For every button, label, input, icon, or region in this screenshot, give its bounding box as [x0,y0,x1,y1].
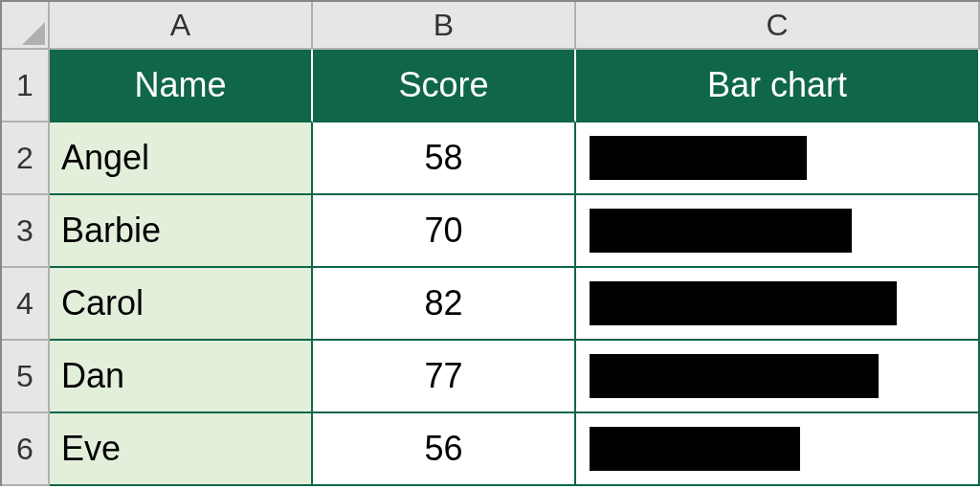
cell-c6[interactable] [576,413,980,486]
column-header-c[interactable]: C [576,2,980,50]
cell-b3[interactable]: 70 [313,195,576,268]
cell-c5[interactable] [576,341,980,413]
row-header-1[interactable]: 1 [2,50,50,122]
cell-c2[interactable] [576,122,980,195]
cell-c1[interactable]: Bar chart [576,50,980,122]
cell-a6[interactable]: Eve [50,413,313,486]
cell-b1[interactable]: Score [313,50,576,122]
column-header-b[interactable]: B [313,2,576,50]
row-header-2[interactable]: 2 [2,122,50,195]
bar-chart-bar [590,427,800,471]
spreadsheet-grid: A B C 1 Name Score Bar chart 2 Angel 58 … [0,0,980,486]
row-header-6[interactable]: 6 [2,413,50,486]
column-header-a[interactable]: A [50,2,313,50]
cell-a1[interactable]: Name [50,50,313,122]
row-header-3[interactable]: 3 [2,195,50,268]
svg-marker-0 [22,22,45,45]
bar-chart-bar [590,354,879,398]
row-header-4[interactable]: 4 [2,268,50,341]
cell-a2[interactable]: Angel [50,122,313,195]
cell-a3[interactable]: Barbie [50,195,313,268]
bar-chart-bar [590,136,807,180]
bar-chart-bar [590,281,897,325]
cell-c3[interactable] [576,195,980,268]
cell-b5[interactable]: 77 [313,341,576,413]
cell-b2[interactable]: 58 [313,122,576,195]
bar-chart-bar [590,209,852,253]
cell-a5[interactable]: Dan [50,341,313,413]
select-all-triangle-icon [22,22,45,45]
cell-a4[interactable]: Carol [50,268,313,341]
row-header-5[interactable]: 5 [2,341,50,413]
cell-b6[interactable]: 56 [313,413,576,486]
cell-c4[interactable] [576,268,980,341]
select-all-corner[interactable] [2,2,50,50]
cell-b4[interactable]: 82 [313,268,576,341]
